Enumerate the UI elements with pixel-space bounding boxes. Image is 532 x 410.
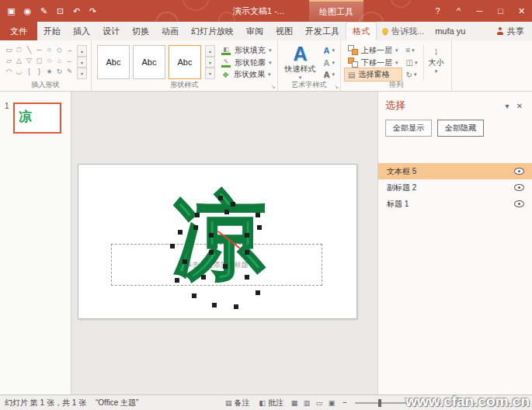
rotate-button[interactable]: ↻ ▾ <box>405 68 419 81</box>
ribbon-display-options-icon[interactable]: ^ <box>448 0 469 22</box>
text-effects-button[interactable]: A ▾ <box>322 68 336 81</box>
shape-rectangle-icon[interactable]: ▭ <box>4 44 14 55</box>
shape-square-icon[interactable]: □ <box>14 44 24 55</box>
slideshow-view-icon[interactable]: ▣ <box>325 399 338 407</box>
shape-arrow-left-icon[interactable]: ← <box>64 55 75 66</box>
visibility-eye-icon[interactable] <box>514 168 524 175</box>
selection-handle[interactable] <box>209 250 214 255</box>
group-objects-button[interactable]: ◫ ▾ <box>405 57 419 69</box>
pen-icon[interactable]: ✎ <box>36 6 52 16</box>
selection-handle[interactable] <box>193 225 198 230</box>
shape-triangle-icon[interactable]: △ <box>14 55 24 66</box>
share-button[interactable]: 共享 <box>489 22 532 40</box>
bring-forward-button[interactable]: 上移一层 ▾ <box>345 44 402 57</box>
tab-review[interactable]: 审阅 <box>240 22 269 40</box>
send-backward-button[interactable]: 下移一层 ▾ <box>345 57 402 69</box>
notes-button[interactable]: ▤ 备注 <box>221 398 255 408</box>
minimize-icon[interactable]: ─ <box>469 0 490 22</box>
tab-insert[interactable]: 插入 <box>67 22 96 40</box>
tab-design[interactable]: 设计 <box>96 22 126 40</box>
wordart-character[interactable]: 凉 <box>173 188 266 284</box>
account-user[interactable]: mufa yu <box>429 22 471 40</box>
text-outline-button[interactable]: A ▾ <box>322 57 336 69</box>
visibility-eye-icon[interactable] <box>514 184 524 191</box>
shape-oval-icon[interactable]: ○ <box>44 44 54 55</box>
zoom-out-button[interactable]: − <box>338 398 352 407</box>
tell-me-box[interactable]: 告诉我... <box>377 22 429 40</box>
style-more-icon[interactable]: ▾ <box>205 68 215 79</box>
shape-brace-left-icon[interactable]: { <box>24 66 34 77</box>
visibility-eye-icon[interactable] <box>514 200 524 207</box>
tab-view[interactable]: 视图 <box>269 22 299 40</box>
edit-shape-icon[interactable]: ✎ <box>64 66 75 77</box>
list-item-subtitle-2[interactable]: 副标题 2 <box>378 179 532 196</box>
selection-handle[interactable] <box>195 213 200 217</box>
style-scroll-up-icon[interactable]: ▴ <box>205 45 215 57</box>
slideshow-icon[interactable]: ⊡ <box>52 6 68 16</box>
shape-parallelogram-icon[interactable]: ▱ <box>4 55 14 66</box>
close-icon[interactable]: ✕ <box>511 0 532 22</box>
tab-developer[interactable]: 开发工具 <box>299 22 346 40</box>
selection-handle[interactable] <box>192 294 196 298</box>
zoom-slider[interactable] <box>355 402 406 404</box>
shape-star4-icon[interactable]: ★ <box>44 66 54 77</box>
pane-close-icon[interactable]: ✕ <box>513 102 526 110</box>
save-icon[interactable]: ▣ <box>3 6 19 16</box>
selection-pane-button[interactable]: ▤ 选择窗格 <box>345 68 402 81</box>
text-fill-button[interactable]: A ▾ <box>322 44 336 57</box>
slide[interactable]: 单击此处添加副标题 凉 <box>78 164 357 319</box>
tab-file[interactable]: 文件 <box>0 22 37 40</box>
undo-icon[interactable]: ↶ <box>68 6 85 16</box>
redo-icon[interactable]: ↷ <box>85 6 101 16</box>
hide-all-button[interactable]: 全部隐藏 <box>437 120 484 137</box>
shape-brace-right-icon[interactable]: } <box>34 66 44 77</box>
selection-handle[interactable] <box>212 303 217 308</box>
style-scroll-down-icon[interactable]: ▾ <box>205 57 215 68</box>
selection-handle[interactable] <box>183 259 187 264</box>
tab-home[interactable]: 开始 <box>37 22 67 40</box>
selection-handle[interactable] <box>231 202 235 207</box>
show-all-button[interactable]: 全部显示 <box>385 120 432 137</box>
gallery-scroll-up-icon[interactable]: ▴ <box>77 45 87 57</box>
align-button[interactable]: ≡ ▾ <box>405 44 419 57</box>
selection-handle[interactable] <box>245 233 249 238</box>
tab-transitions[interactable]: 切换 <box>126 22 155 40</box>
help-icon[interactable]: ? <box>427 0 448 22</box>
selection-handle[interactable] <box>175 278 179 283</box>
gallery-scroll-down-icon[interactable]: ▾ <box>77 57 87 68</box>
selection-handle[interactable] <box>256 213 260 217</box>
shape-style-preset-1[interactable]: Abc <box>97 45 130 79</box>
shape-diamond-icon[interactable]: ◇ <box>54 44 64 55</box>
shape-rounded-rect-icon[interactable]: ◻ <box>34 55 44 66</box>
shape-outline-button[interactable]: ✎ 形状轮廓 ▾ <box>219 57 273 69</box>
quick-styles-button[interactable]: A 快速样式 ▾ <box>282 43 319 81</box>
shape-star-icon[interactable]: ☆ <box>44 55 54 66</box>
selection-handle[interactable] <box>257 225 262 230</box>
shape-arc-up-icon[interactable]: ◠ <box>4 66 14 77</box>
shape-home-icon[interactable]: ⌂ <box>54 55 64 66</box>
shape-effects-button[interactable]: ❖ 形状效果 ▾ <box>219 68 273 81</box>
touch-mode-icon[interactable]: ◉ <box>19 6 36 16</box>
size-group-button[interactable]: ↕ 大小 ▾ <box>423 45 447 81</box>
gallery-more-icon[interactable]: ▾ <box>77 68 87 79</box>
shape-triangle-down-icon[interactable]: ▽ <box>24 55 34 66</box>
reading-view-icon[interactable]: ▭ <box>313 399 325 407</box>
contextual-tab-drawing-tools[interactable]: 绘图工具 <box>309 0 363 22</box>
shape-arc-down-icon[interactable]: ◡ <box>14 66 24 77</box>
selection-handle[interactable] <box>201 275 206 280</box>
shape-style-preset-2[interactable]: Abc <box>133 45 165 79</box>
selection-handle[interactable] <box>209 233 214 238</box>
zoom-slider-thumb[interactable] <box>378 399 381 407</box>
selection-handle[interactable] <box>245 275 249 280</box>
slide-canvas[interactable]: 单击此处添加副标题 凉 <box>71 92 377 394</box>
selection-handle[interactable] <box>234 304 238 309</box>
shape-style-preset-3[interactable]: Abc <box>169 45 201 79</box>
shape-line-icon[interactable]: ╲ <box>24 44 34 55</box>
selection-handle[interactable] <box>245 250 249 255</box>
comments-button[interactable]: ◧ 批注 <box>254 398 288 408</box>
selection-handle[interactable] <box>178 230 183 235</box>
restore-icon[interactable]: □ <box>490 0 511 22</box>
selection-handle[interactable] <box>223 264 228 269</box>
selection-handle[interactable] <box>256 290 260 295</box>
selection-handle[interactable] <box>170 244 175 248</box>
